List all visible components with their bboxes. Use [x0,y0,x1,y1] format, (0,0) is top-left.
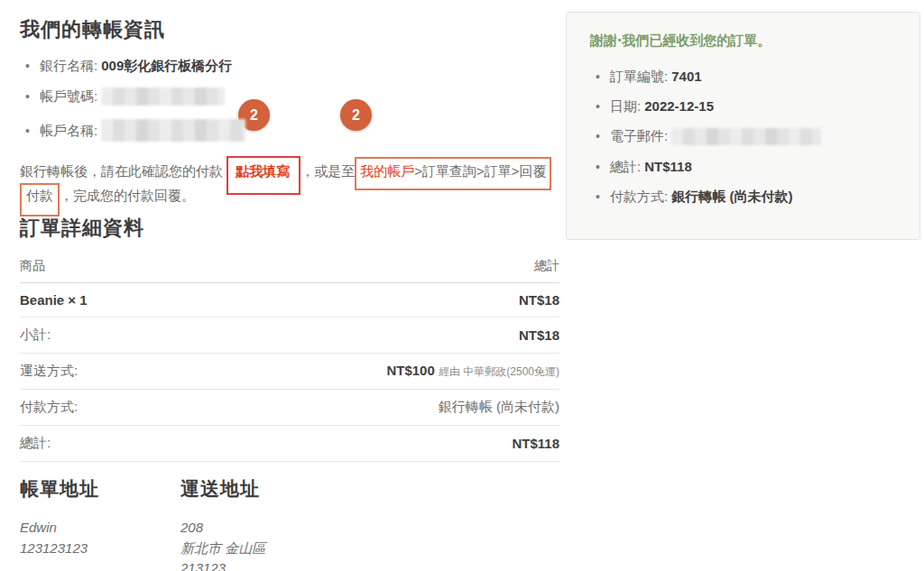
account-number-label: 帳戶號碼: [40,88,97,104]
order-payment-method-label: 付款方式: [610,189,668,204]
order-total-label: 總計: [610,159,641,174]
bank-name-item: 銀行名稱: 009彰化銀行板橋分行 [25,58,559,74]
redacted-account-name [101,119,245,142]
shipping-postcode: 208 [180,518,265,539]
order-date-item: 日期: 2022-12-15 [596,98,896,115]
billing-address-column: 帳單地址 Edwin 123123123 [20,476,180,571]
annotation-box-orange: 我的帳戶>訂單查詢>訂單>回覆 [355,157,551,190]
order-payment-method-item: 付款方式: 銀行轉帳 (尚未付款) [596,189,896,205]
order-details-table: 商品 總計 Beanie × 1 NT$18 小計: NT$18 運送方式: N… [20,253,559,462]
thank-you-message: 謝謝‧我們已經收到您的訂單。 [590,32,896,50]
order-summary-list: 訂單編號: 7401 日期: 2022-12-15 電子郵件: 總計: NT$1… [590,69,896,205]
note-text: 銀行轉帳後，請在此確認您的付款 [20,163,226,179]
billing-address: Edwin 123123123 [20,518,180,571]
my-account-link[interactable]: 我的帳戶 [360,163,414,179]
bank-name-label: 銀行名稱: [40,58,97,73]
annotation-box-red: 點我填寫 [226,156,300,195]
shipping-method-note: 經由 中華郵政(2500免運) [439,365,559,378]
order-date-value: 2022-12-15 [644,98,714,114]
table-row-payment-method: 付款方式: 銀行轉帳 (尚未付款) [20,390,559,426]
address-spacer [20,558,180,571]
table-row-subtotal: 小計: NT$18 [20,318,559,354]
note-text: ，或是至 [300,163,355,179]
order-details-heading: 訂單詳細資料 [20,215,559,242]
order-received-page: 2 2 我們的轉帳資訊 銀行名稱: 009彰化銀行板橋分行 帳戶號碼: 帳戶名稱… [0,0,924,571]
subtotal-value: NT$18 [171,318,559,354]
shipping-address-column: 運送地址 208 新北市 金山區 213123 Edwin 0970000000 [180,476,265,571]
order-email-label: 電子郵件: [610,128,668,143]
note-text: ，完成您的付款回覆。 [60,188,195,203]
shipping-street: 213123 [180,558,265,571]
shipping-city-district: 新北市 金山區 [180,539,265,559]
bank-name-value: 009彰化銀行板橋分行 [101,58,232,73]
billing-name: Edwin [20,518,180,539]
account-name-item: 帳戶名稱: [25,119,559,142]
total-label: 總計: [20,426,171,462]
order-number-item: 訂單編號: 7401 [596,69,896,85]
order-payment-method-value: 銀行轉帳 (尚未付款) [671,189,792,204]
order-total-item: 總計: NT$118 [596,159,896,175]
order-email-item: 電子郵件: [596,128,896,145]
transfer-info-list: 銀行名稱: 009彰化銀行板橋分行 帳戶號碼: 帳戶名稱: [20,58,559,142]
subtotal-label: 小計: [20,318,171,354]
main-content: 我們的轉帳資訊 銀行名稱: 009彰化銀行板橋分行 帳戶號碼: 帳戶名稱: 銀行… [20,9,559,571]
table-header-row: 商品 總計 [20,253,559,283]
account-name-label: 帳戶名稱: [40,123,97,138]
redacted-account-number [101,87,225,106]
total-value: NT$118 [171,426,559,462]
table-row-total: 總計: NT$118 [20,426,559,462]
total-column-header: 總計 [171,253,559,283]
product-column-header: 商品 [20,253,171,283]
addresses-section: 帳單地址 Edwin 123123123 運送地址 208 新北市 金山區 21… [20,476,559,571]
table-row-shipping: 運送方式: NT$100 經由 中華郵政(2500免運) [20,354,559,390]
billing-phone: 123123123 [20,539,180,559]
shipping-address-heading: 運送地址 [180,476,265,502]
shipping-cost: NT$100 [386,363,434,378]
order-number-label: 訂單編號: [610,69,668,84]
redacted-order-email [671,128,821,145]
payment-method-label: 付款方式: [20,390,171,426]
payment-word: 付款 [26,188,53,203]
account-number-item: 帳戶號碼: [25,87,559,106]
product-name: Beanie × 1 [20,283,171,318]
billing-address-heading: 帳單地址 [20,476,180,502]
fill-payment-link[interactable]: 點我填寫 [236,163,290,179]
shipping-address: 208 新北市 金山區 213123 Edwin 0970000000 [180,518,265,571]
product-total: NT$18 [171,283,559,318]
order-date-label: 日期: [610,98,641,114]
payment-instructions: 銀行轉帳後，請在此確認您的付款 點我填寫，或是至我的帳戶>訂單查詢>訂單>回覆 … [20,159,559,207]
transfer-info-heading: 我們的轉帳資訊 [20,16,559,43]
shipping-method-label: 運送方式: [20,354,171,390]
order-number-value: 7401 [671,69,701,84]
annotation-box-orange-payment: 付款 [20,183,60,216]
payment-method-value: 銀行轉帳 (尚未付款) [171,390,559,426]
breadcrumb-path-text: >訂單查詢>訂單>回覆 [414,163,546,179]
order-total-value: NT$118 [644,159,692,174]
table-row-product: Beanie × 1 NT$18 [20,283,559,318]
order-summary-box: 謝謝‧我們已經收到您的訂單。 訂單編號: 7401 日期: 2022-12-15… [566,12,920,240]
